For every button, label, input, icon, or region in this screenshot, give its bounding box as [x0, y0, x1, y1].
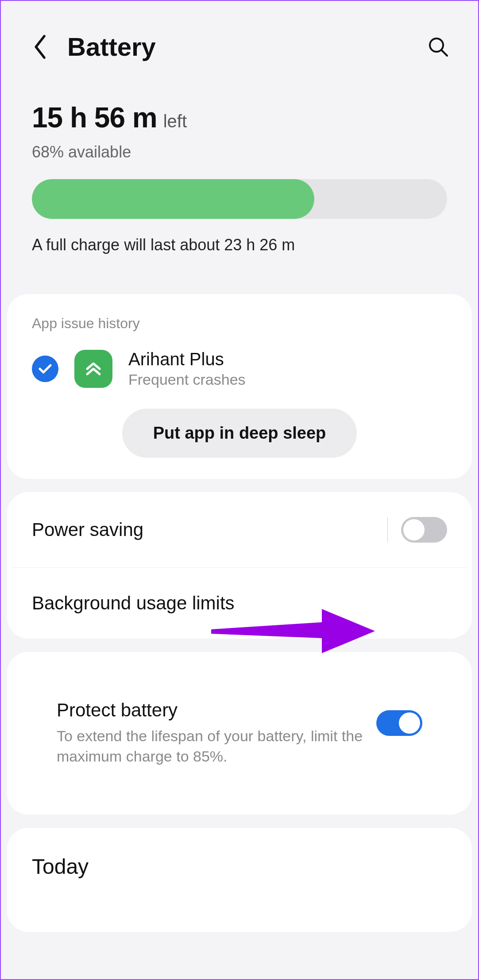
full-charge-estimate: A full charge will last about 23 h 26 m — [32, 236, 447, 254]
power-saving-row[interactable]: Power saving — [7, 492, 472, 567]
header: Battery — [1, 1, 478, 79]
today-title: Today — [32, 854, 447, 879]
selected-check-icon[interactable] — [32, 356, 58, 382]
app-issue-row[interactable]: Arihant Plus Frequent crashes — [32, 349, 447, 388]
svg-point-0 — [430, 38, 443, 52]
app-name: Arihant Plus — [128, 349, 246, 369]
protect-battery-title: Protect battery — [57, 700, 376, 721]
page-title: Battery — [67, 32, 425, 61]
app-issue-section-title: App issue history — [32, 315, 447, 332]
app-issue-card: App issue history Arihant Plus Frequent … — [7, 294, 472, 479]
battery-bar-fill — [32, 179, 314, 219]
app-issue-text: Arihant Plus Frequent crashes — [128, 349, 246, 388]
power-saving-label: Power saving — [32, 519, 374, 540]
time-left-suffix: left — [163, 111, 187, 131]
time-left-value: 15 h 56 m — [32, 101, 157, 134]
protect-battery-card: Protect battery To extend the lifespan o… — [7, 652, 472, 815]
chevron-left-icon — [33, 35, 48, 59]
settings-card: Power saving Background usage limits — [7, 492, 472, 639]
app-icon — [74, 350, 112, 388]
time-left: 15 h 56 m left — [32, 101, 447, 134]
battery-summary[interactable]: 15 h 56 m left 68% available A full char… — [1, 79, 478, 281]
search-icon — [428, 36, 449, 57]
search-button[interactable] — [425, 34, 452, 60]
back-button[interactable] — [27, 34, 54, 60]
double-chevron-up-icon — [84, 359, 103, 379]
protect-battery-toggle[interactable] — [376, 710, 422, 736]
svg-line-1 — [442, 50, 447, 56]
bg-usage-limits-row[interactable]: Background usage limits — [12, 567, 467, 639]
battery-available: 68% available — [32, 143, 447, 161]
toggle-separator — [387, 517, 388, 542]
protect-battery-subtitle: To extend the lifespan of your battery, … — [57, 726, 367, 767]
power-saving-toggle[interactable] — [401, 517, 447, 543]
today-card[interactable]: Today — [7, 828, 472, 932]
bg-usage-limits-label: Background usage limits — [32, 593, 447, 614]
battery-bar — [32, 179, 447, 219]
deep-sleep-button[interactable]: Put app in deep sleep — [122, 409, 357, 458]
app-issue-label: Frequent crashes — [128, 371, 246, 388]
protect-battery-row[interactable]: Protect battery To extend the lifespan o… — [32, 673, 447, 793]
